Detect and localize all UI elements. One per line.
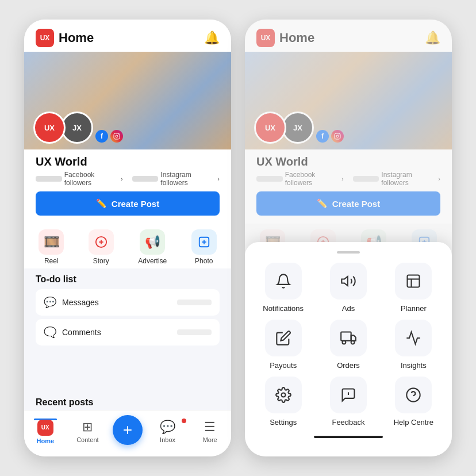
right-brand-jx: JX	[282, 112, 314, 144]
nav-more[interactable]: ☰ More	[193, 420, 227, 443]
settings-label: Settings	[270, 418, 297, 427]
right-header-left: UX Home	[256, 29, 314, 47]
messages-badge	[177, 300, 212, 305]
right-cover-image: UX JX f	[245, 52, 452, 149]
right-brand-ux: UX	[254, 112, 286, 144]
right-profile-name: UX World	[256, 155, 440, 168]
action-advertise[interactable]: 📢 Advertise	[138, 229, 167, 265]
story-label: Story	[93, 257, 109, 265]
sheet-ads[interactable]: Ads	[319, 263, 377, 313]
nav-inbox[interactable]: 💬 Inbox	[151, 420, 185, 443]
inbox-nav-icon: 💬	[160, 420, 175, 435]
ig-followers-label: Instagram followers	[160, 171, 215, 187]
header: UX Home 🔔	[24, 20, 231, 52]
social-icons: f	[95, 130, 123, 143]
right-brand-logo: UX JX	[254, 112, 314, 144]
sheet-feedback[interactable]: Feedback	[319, 377, 377, 427]
svg-rect-10	[335, 133, 340, 139]
action-photo[interactable]: Photo	[191, 229, 217, 265]
payouts-icon	[265, 320, 302, 356]
ig-count-bar	[132, 176, 159, 182]
right-create-post-button[interactable]: ✏️ Create Post	[256, 191, 440, 216]
home-nav-label: Home	[37, 437, 55, 444]
action-reel[interactable]: 🎞️ Reel	[39, 229, 64, 265]
svg-marker-18	[341, 277, 348, 286]
help-label: Help Centre	[394, 418, 433, 427]
todo-comments[interactable]: 🗨️ Comments	[36, 319, 220, 346]
right-fb-followers-label: Facebook followers	[285, 171, 339, 187]
recent-posts-title: Recent posts	[24, 391, 231, 410]
sheet-insights[interactable]: Insights	[385, 320, 443, 370]
right-create-post-icon: ✏️	[317, 198, 328, 209]
svg-rect-1	[114, 133, 120, 139]
create-post-button[interactable]: ✏️ Create Post	[36, 191, 220, 216]
notification-bell-icon[interactable]: 🔔	[204, 30, 220, 45]
svg-point-28	[407, 388, 420, 401]
right-fb-chevron-icon: ›	[341, 175, 344, 182]
planner-icon	[395, 263, 432, 300]
bottom-sheet: Notifications Ads	[245, 242, 452, 456]
planner-label: Planner	[401, 304, 427, 313]
action-story[interactable]: Story	[89, 229, 114, 265]
svg-point-11	[339, 135, 340, 136]
sheet-help[interactable]: Help Centre	[385, 377, 443, 427]
facebook-followers[interactable]: Facebook followers ›	[36, 171, 123, 187]
svg-point-24	[351, 341, 355, 344]
cover-image: UX JX f	[24, 52, 231, 149]
inbox-nav-label: Inbox	[160, 436, 175, 443]
right-facebook-icon: f	[316, 130, 329, 143]
photo-icon	[191, 229, 217, 255]
insights-label: Insights	[401, 361, 427, 370]
brand-logo: UX JX	[33, 112, 93, 144]
todo-title: To-do list	[36, 274, 220, 285]
nav-content[interactable]: ⊞ Content	[70, 420, 105, 443]
right-page-title: Home	[279, 30, 314, 45]
sheet-payouts[interactable]: Payouts	[254, 320, 312, 370]
more-nav-label: More	[203, 436, 217, 443]
fb-followers-label: Facebook followers	[64, 171, 118, 187]
sheet-planner[interactable]: Planner	[385, 263, 443, 313]
right-fb-count-bar	[256, 176, 283, 182]
feedback-label: Feedback	[332, 418, 364, 427]
sheet-orders[interactable]: Orders	[319, 320, 377, 370]
story-icon	[89, 229, 114, 255]
page-title: Home	[59, 30, 94, 45]
brand-overlay: UX JX f	[33, 112, 123, 144]
right-create-post-label: Create Post	[332, 199, 380, 209]
sheet-settings[interactable]: Settings	[254, 377, 312, 427]
action-icons-row: 🎞️ Reel Story 📢 Advertise	[24, 224, 231, 268]
svg-point-25	[281, 393, 285, 397]
comments-label: Comments	[62, 328, 101, 337]
orders-icon	[330, 320, 367, 356]
todo-comments-left: 🗨️ Comments	[44, 326, 101, 339]
right-ux-logo: UX	[256, 29, 275, 47]
orders-label: Orders	[337, 361, 360, 370]
messages-label: Messages	[62, 298, 99, 307]
create-post-label: Create Post	[112, 199, 159, 209]
facebook-icon: f	[95, 130, 108, 143]
instagram-followers[interactable]: Instagram followers ›	[132, 171, 220, 187]
sheet-handle	[337, 251, 360, 254]
notifications-icon	[265, 263, 302, 300]
nav-home[interactable]: UX Home	[28, 419, 63, 444]
help-icon	[395, 377, 432, 413]
svg-point-9	[336, 135, 339, 137]
sheet-notifications[interactable]: Notifications	[254, 263, 312, 313]
photo-label: Photo	[195, 257, 213, 265]
reel-icon: 🎞️	[39, 229, 64, 255]
svg-point-23	[342, 341, 346, 344]
fab-button[interactable]: +	[113, 415, 143, 445]
ads-icon	[330, 263, 367, 300]
profile-name: UX World	[36, 155, 220, 168]
svg-point-2	[118, 135, 119, 136]
todo-messages[interactable]: 💬 Messages	[36, 289, 220, 316]
right-instagram-followers: Instagram followers ›	[353, 171, 440, 187]
more-nav-icon: ☰	[204, 420, 216, 435]
right-profile-section: UX World Facebook followers › Instagram …	[245, 149, 452, 224]
content-nav-label: Content	[76, 436, 99, 443]
bottom-nav: UX Home ⊞ Content + 💬 Inbox ☰ More	[24, 410, 231, 456]
profile-section: UX World Facebook followers › Instagram …	[24, 149, 231, 224]
ux-logo: UX	[36, 29, 54, 47]
brand-ux: UX	[33, 112, 66, 144]
instagram-icon	[110, 130, 123, 143]
